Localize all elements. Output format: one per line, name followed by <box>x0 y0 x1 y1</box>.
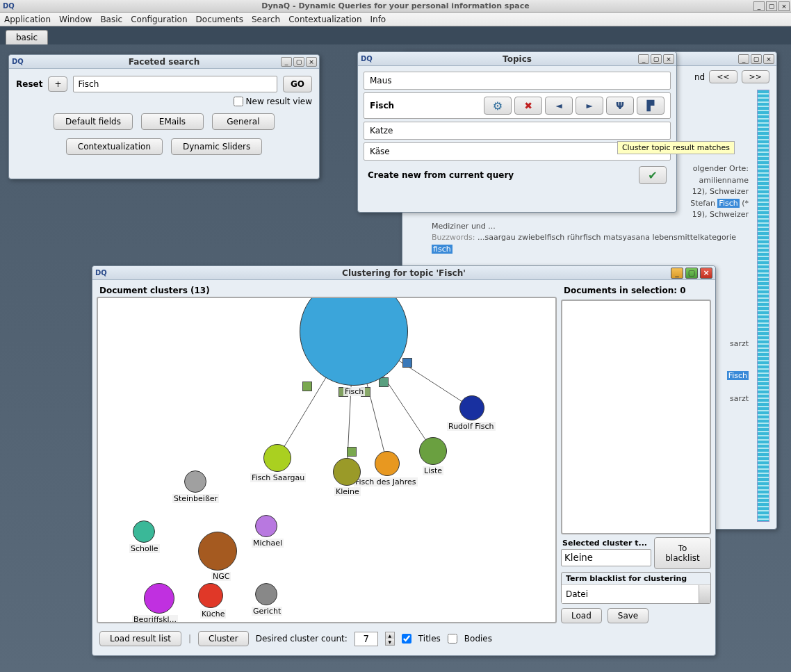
faceted-title: Faceted search <box>129 57 199 67</box>
tab-basic[interactable]: basic <box>6 30 48 44</box>
load-button[interactable]: Load <box>561 608 602 623</box>
cluster-node[interactable] <box>459 395 484 420</box>
faceted-maximize-button[interactable]: ▢ <box>293 57 304 67</box>
go-button[interactable]: GO <box>283 76 312 92</box>
cluster-node[interactable] <box>133 521 155 543</box>
faceted-minimize-button[interactable]: _ <box>281 57 292 67</box>
results-close-button[interactable]: × <box>763 54 774 64</box>
cluster-node-label: Gericht <box>252 607 282 616</box>
facet-general-button[interactable]: General <box>212 113 275 130</box>
connector-square <box>302 382 312 391</box>
app-icon: DQ <box>3 2 15 10</box>
topic-item-katze[interactable]: Katze <box>364 122 671 140</box>
cluster-node[interactable] <box>255 515 277 537</box>
topic-settings-button[interactable] <box>484 97 512 115</box>
connector-square <box>402 358 412 368</box>
bodies-checkbox[interactable] <box>448 634 457 644</box>
topic-delete-button[interactable] <box>514 97 542 115</box>
faceted-close-button[interactable]: × <box>306 57 317 67</box>
cluster-node-label: Scholle <box>129 544 160 553</box>
cluster-node-label: Rudolf Fisch <box>447 422 496 431</box>
topic-cluster-button[interactable] <box>606 97 634 115</box>
cluster-button[interactable]: Cluster <box>198 631 249 646</box>
titles-checkbox[interactable] <box>402 634 411 644</box>
facet-dynamic-sliders-button[interactable]: Dynamic Sliders <box>171 138 262 155</box>
cluster-node-label: Fisch <box>343 387 365 396</box>
tabbar: basic <box>0 26 791 44</box>
topics-title: Topics <box>503 54 532 64</box>
results-heatbar[interactable] <box>757 90 769 522</box>
add-query-button[interactable]: + <box>48 76 67 92</box>
results-prev-button[interactable]: << <box>709 70 737 83</box>
topics-maximize-button[interactable]: ▢ <box>651 54 662 64</box>
cluster-node[interactable] <box>263 444 291 472</box>
new-result-checkbox[interactable] <box>234 97 243 106</box>
clustering-window: DQ Clustering for topic 'Fisch' _ ▢ × Do… <box>92 265 716 656</box>
topic-next-button[interactable] <box>576 97 603 115</box>
topic-chart-button[interactable] <box>637 97 664 115</box>
desired-count-spinner[interactable]: ▲▼ <box>385 632 395 646</box>
clustering-minimize-button[interactable]: _ <box>671 268 683 279</box>
topic-prev-button[interactable] <box>545 97 573 115</box>
save-button[interactable]: Save <box>607 608 649 623</box>
separator: | <box>188 634 191 644</box>
clustering-maximize-button[interactable]: ▢ <box>685 268 698 279</box>
results-next-button[interactable]: >> <box>742 70 769 83</box>
cluster-node[interactable] <box>375 451 400 476</box>
cluster-node[interactable] <box>198 583 223 608</box>
menu-basic[interactable]: Basic <box>100 15 122 24</box>
search-input[interactable] <box>73 76 277 92</box>
cluster-node-label: Begriffskl... <box>132 615 178 623</box>
facet-default-fields-button[interactable]: Default fields <box>54 113 133 130</box>
selected-term-input[interactable] <box>561 549 651 566</box>
desired-count-input[interactable] <box>354 632 378 646</box>
topic-item-fisch[interactable]: Fisch <box>364 92 671 119</box>
create-topic-label: Create new from current query <box>368 170 514 180</box>
cluster-canvas[interactable]: FischRudolf FischListeFisch des JahresKl… <box>97 297 557 623</box>
cluster-node[interactable] <box>333 458 361 486</box>
cluster-node[interactable] <box>184 470 206 493</box>
cluster-node-label: Fisch des Jahres <box>354 477 418 486</box>
faceted-icon: DQ <box>12 58 24 65</box>
blacklist-content[interactable]: Datei <box>562 584 710 603</box>
menu-application[interactable]: Application <box>4 15 51 24</box>
close-button[interactable]: × <box>778 1 790 11</box>
menu-info[interactable]: Info <box>370 15 386 24</box>
cluster-node-label: Steinbeißer <box>172 494 219 503</box>
connector-square <box>379 377 389 387</box>
cluster-node-label: NGC <box>211 572 231 581</box>
cluster-tooltip: Cluster topic result matches <box>617 141 735 154</box>
minimize-button[interactable]: _ <box>753 1 765 11</box>
topics-minimize-button[interactable]: _ <box>638 54 649 64</box>
reset-label: Reset <box>16 79 42 89</box>
cluster-node[interactable] <box>198 532 237 571</box>
main-titlebar: DQ DynaQ - Dynamic Queries for your pers… <box>0 0 791 13</box>
facet-emails-button[interactable]: EMails <box>141 113 204 130</box>
clustering-close-button[interactable]: × <box>700 268 712 279</box>
selection-count-label: Documents in selection: 0 <box>561 284 711 297</box>
create-topic-button[interactable] <box>639 166 667 184</box>
load-result-list-button[interactable]: Load result list <box>99 631 181 646</box>
facet-contextualization-button[interactable]: Contextualization <box>66 138 163 155</box>
topic-item-maus[interactable]: Maus <box>364 72 671 90</box>
menu-window[interactable]: Window <box>59 15 92 24</box>
menu-configuration[interactable]: Configuration <box>131 15 187 24</box>
results-maximize-button[interactable]: ▢ <box>751 54 762 64</box>
titles-label: Titles <box>418 634 441 644</box>
topics-close-button[interactable]: × <box>663 54 674 64</box>
results-minimize-button[interactable]: _ <box>738 54 749 64</box>
to-blacklist-button[interactable]: To blacklist <box>654 537 711 569</box>
clustering-title: Clustering for topic 'Fisch' <box>342 268 466 278</box>
connector-square <box>347 447 357 457</box>
cluster-node[interactable] <box>419 437 447 465</box>
menu-search[interactable]: Search <box>252 15 280 24</box>
results-and-label: nd <box>694 72 705 82</box>
cluster-node-label: Küche <box>200 609 226 618</box>
desired-count-label: Desired cluster count: <box>256 634 348 644</box>
maximize-button[interactable]: ▢ <box>766 1 777 11</box>
menu-contextualization[interactable]: Contextualization <box>288 15 361 24</box>
menu-documents[interactable]: Documents <box>196 15 243 24</box>
cluster-node[interactable] <box>255 583 277 605</box>
new-result-label: New result view <box>246 97 312 106</box>
cluster-node[interactable] <box>144 583 174 614</box>
